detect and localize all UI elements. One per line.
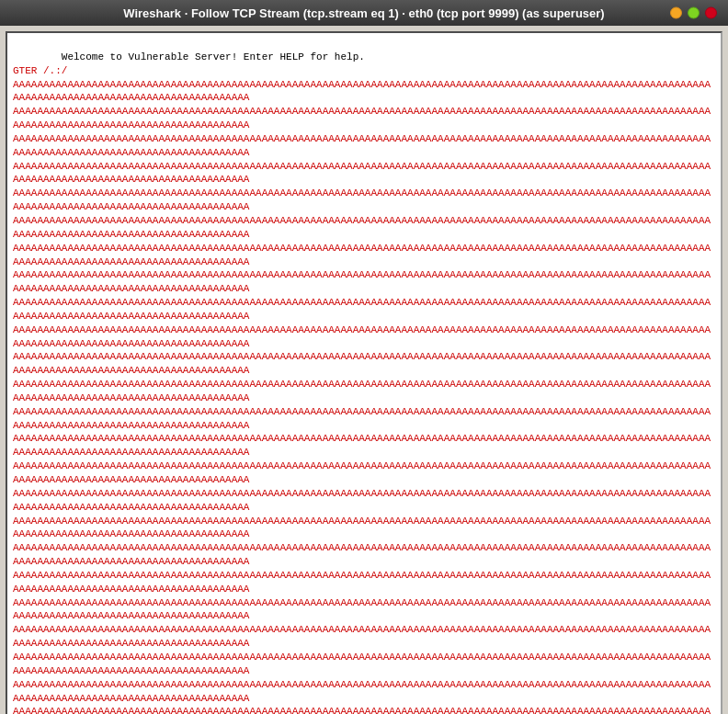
data-lines: AAAAAAAAAAAAAAAAAAAAAAAAAAAAAAAAAAAAAAAA… [13, 79, 711, 714]
welcome-line: Welcome to Vulnerable Server! Enter HELP… [62, 51, 365, 62]
traffic-lights [670, 7, 717, 19]
stream-box[interactable]: Welcome to Vulnerable Server! Enter HELP… [6, 31, 722, 714]
wireshark-window: Wireshark · Follow TCP Stream (tcp.strea… [0, 0, 728, 714]
window-title: Wireshark · Follow TCP Stream (tcp.strea… [123, 6, 604, 20]
gter-line: GTER /.:/ [13, 65, 67, 76]
content-area: Welcome to Vulnerable Server! Enter HELP… [0, 26, 728, 714]
traffic-light-green[interactable] [688, 7, 700, 19]
stream-content: Welcome to Vulnerable Server! Enter HELP… [7, 33, 721, 714]
title-bar: Wireshark · Follow TCP Stream (tcp.strea… [0, 0, 728, 26]
traffic-light-orange[interactable] [670, 7, 682, 19]
traffic-light-red[interactable] [705, 7, 717, 19]
